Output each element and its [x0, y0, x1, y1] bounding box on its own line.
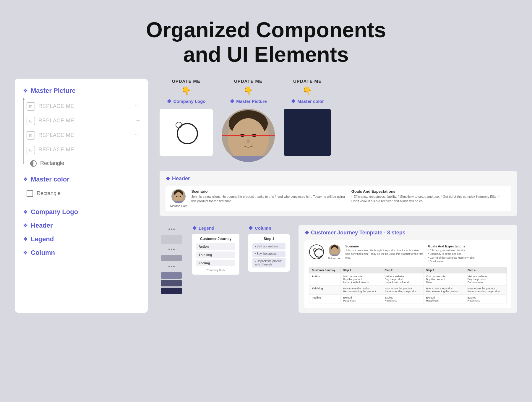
list-item[interactable]: ⊡ REPLACE ME: [27, 143, 140, 157]
master-color-section: ❖ Master color Rectangle: [23, 176, 140, 199]
cj-th-step1: Step 1: [341, 267, 382, 273]
update-label-3: UPDATE ME: [293, 79, 322, 84]
cj-logo: [309, 244, 324, 259]
legend-thinking: Thinking: [196, 252, 235, 258]
column-card: Step 1 • Visit our website • Buy the pro…: [248, 234, 290, 272]
list-item-left: ⊡ REPLACE ME: [27, 117, 74, 125]
cj-th-step3: Step 3: [424, 267, 465, 273]
thumbnail-col: [160, 225, 183, 294]
update-label-2: UPDATE ME: [234, 79, 262, 84]
master-color-title: Master color: [31, 176, 69, 183]
svg-point-6: [247, 139, 250, 143]
arrow-up-icon: ▲: [22, 97, 25, 100]
list-item[interactable]: ⊡ REPLACE ME 〰: [27, 128, 140, 143]
master-picture-title: Master Picture: [31, 87, 76, 95]
arrow-down-emoji-3: 👇: [302, 86, 313, 96]
picture-preview-card: [222, 109, 275, 162]
dot: [173, 249, 175, 250]
color-preview-card: [284, 109, 331, 156]
cj-cell: ExcitedHappiness: [424, 294, 465, 304]
nav-label: Header: [31, 222, 53, 229]
nav-item-column[interactable]: ❖ Column: [23, 246, 140, 260]
table-row: Action Visit our websiteBuy the productU…: [309, 273, 507, 285]
svg-point-15: [176, 196, 177, 197]
eye-icon[interactable]: 〰: [135, 133, 140, 138]
top-cards-row: UPDATE ME 👇 ❖ Company Logo: [160, 79, 517, 162]
cj-avatar-area: Melissa Hart: [328, 244, 341, 260]
scenario-text: John is a new client. He bought the prod…: [192, 194, 347, 204]
list-item-left: ⊡ REPLACE ME: [27, 146, 74, 154]
cj-cell: How to use the productRecommending the p…: [382, 285, 424, 294]
card-subtitle-label-2: Master Picture: [236, 99, 267, 104]
diamond-icon-cj: ❖: [304, 230, 309, 236]
list-item-left: ⊡ REPLACE ME: [27, 131, 74, 140]
cj-table: Customer Journey Step 1 Step 2 Step 3 St…: [309, 267, 507, 304]
dot: [171, 266, 172, 267]
thumb-strip: [161, 235, 182, 244]
cj-cell: How to use the productRecommending the p…: [341, 285, 382, 294]
cj-avatar-name: Melissa Hart: [328, 257, 341, 260]
dot: [168, 249, 170, 250]
company-logo-card: UPDATE ME 👇 ❖ Company Logo: [160, 79, 213, 156]
nav-item-header[interactable]: ❖ Header: [23, 219, 140, 232]
svg-point-3: [231, 118, 265, 158]
nav-item-legend[interactable]: ❖ Legend: [23, 232, 140, 246]
face-svg: [222, 109, 275, 162]
cj-top-row: Melissa Hart Scenario John is a new clie…: [309, 244, 507, 263]
master-picture-header: ❖ Master Picture: [23, 87, 140, 95]
col-bullet-2: • Buy the product: [252, 251, 286, 257]
rect-item[interactable]: Rectangle: [23, 188, 140, 199]
legend-section-header: ❖ Legend: [192, 225, 239, 231]
cj-card: Melissa Hart Scenario John is a new clie…: [304, 240, 511, 308]
nav-items: ❖ Company Logo ❖ Header ❖ Legend ❖ Colum…: [23, 205, 140, 260]
page-title-area: Organized Components and UI Elements: [0, 0, 532, 79]
rectangle-row[interactable]: Rectangle: [27, 157, 140, 170]
column-col-wrap: ❖ Column Step 1 • Visit our website • Bu…: [248, 225, 290, 313]
avatar-name: Melissa Hart: [170, 205, 187, 208]
legend-feeling: Feeling: [196, 260, 235, 266]
legend-card: Customer Journey Action Thinking Feeling…: [192, 234, 239, 275]
cj-cell: Visit our websiteBuy the productUnpack w…: [341, 273, 382, 285]
list-item[interactable]: ⊡ REPLACE ME 〰: [27, 114, 140, 128]
eye-icon[interactable]: 〰: [135, 118, 140, 124]
card-subtitle-label-3: Master color: [297, 99, 324, 104]
card-subtitle-label-1: Company Logo: [173, 99, 205, 104]
card-subtitle-1: ❖ Company Logo: [167, 98, 205, 105]
main-content: ❖ Master Picture ▲ ⊡ REPLACE ME 〰 ⊡ REPL…: [0, 79, 532, 313]
list-item-label: REPLACE ME: [38, 147, 74, 153]
svg-point-18: [315, 249, 322, 257]
diamond-icon-mp: ❖: [230, 98, 234, 105]
nav-label: Column: [31, 249, 55, 257]
thumb-dark3: [161, 288, 182, 294]
thumb-dark1: [161, 272, 182, 279]
card-subtitle-2: ❖ Master Picture: [230, 98, 267, 105]
list-item[interactable]: ⊡ REPLACE ME 〰: [27, 99, 140, 114]
image-icon: ⊡: [27, 117, 35, 125]
diamond-icon-4: ❖: [23, 222, 28, 229]
goals-content: Goals And Expectations * Efficiency, rob…: [351, 189, 507, 204]
arrow-down-emoji-1: 👇: [181, 86, 192, 96]
arrow-down-emoji-2: 👇: [243, 86, 254, 96]
svg-point-16: [179, 196, 181, 197]
thumb-dark2: [161, 280, 182, 286]
eye-icon[interactable]: 〰: [135, 104, 140, 109]
master-color-header: ❖ Master color: [23, 176, 140, 183]
image-icon: ⊡: [27, 102, 35, 111]
column-card-step: Step 1: [252, 237, 286, 241]
diamond-icon-6: ❖: [23, 249, 28, 256]
list-item-label: REPLACE ME: [38, 118, 74, 124]
goals-title: Goals And Expectations: [351, 189, 507, 194]
page-title: Organized Components and UI Elements: [0, 18, 532, 67]
legend-col-wrap: ❖ Legend Customer Journey Action Thinkin…: [192, 225, 239, 313]
nav-item-company-logo[interactable]: ❖ Company Logo: [23, 205, 140, 219]
table-row: Thinking How to use the productRecommend…: [309, 285, 507, 294]
rect-label: Rectangle: [37, 190, 61, 197]
cj-section: ❖ Customer Journey Template - 8 steps: [299, 225, 517, 313]
svg-point-7: [228, 137, 233, 145]
logo-outer-circle: [177, 123, 198, 144]
cj-avatar-svg: [329, 244, 340, 256]
avatar-col: Melissa Hart: [170, 189, 187, 208]
svg-point-8: [263, 137, 269, 145]
thumb-strip-2: [161, 255, 182, 261]
diamond-icon-l: ❖: [192, 225, 197, 231]
